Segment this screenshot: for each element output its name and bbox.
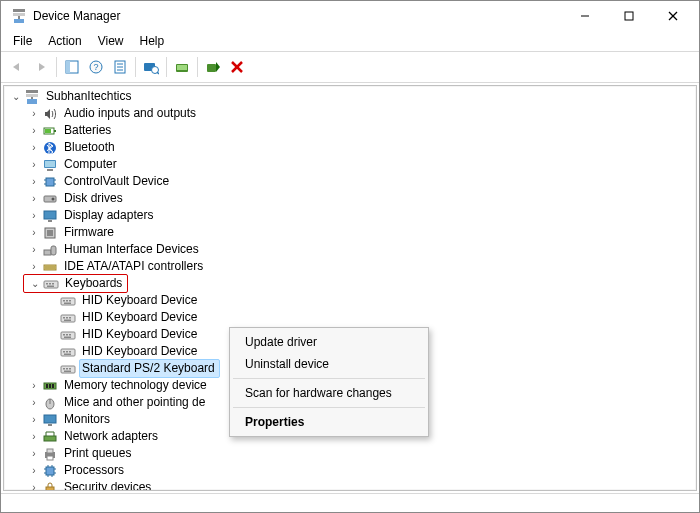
menu-file[interactable]: File: [5, 32, 40, 50]
category-keyboards[interactable]: ⌄ Keyboards: [6, 275, 696, 292]
ctx-properties[interactable]: Properties: [231, 411, 427, 433]
svg-rect-5: [625, 12, 633, 20]
memory-icon: [42, 378, 58, 394]
svg-rect-90: [44, 415, 56, 423]
menu-bar: File Action View Help: [1, 31, 699, 51]
expand-toggle[interactable]: ›: [26, 258, 42, 275]
device-hid-keyboard[interactable]: HID Keyboard Device: [6, 309, 696, 326]
expand-toggle[interactable]: ›: [26, 224, 42, 241]
ctx-separator: [233, 407, 425, 408]
uninstall-button[interactable]: [225, 56, 249, 78]
svg-rect-63: [64, 302, 71, 304]
expand-toggle[interactable]: ›: [26, 462, 42, 479]
svg-rect-60: [63, 300, 65, 302]
svg-rect-72: [69, 334, 71, 336]
expand-toggle[interactable]: ›: [26, 105, 42, 122]
svg-rect-55: [46, 283, 48, 285]
device-label: Standard PS/2 Keyboard: [79, 359, 220, 378]
category-disk[interactable]: ›Disk drives: [6, 190, 696, 207]
svg-rect-24: [26, 90, 38, 93]
category-label: Firmware: [62, 224, 116, 241]
expand-toggle[interactable]: ›: [26, 377, 42, 394]
tree-root[interactable]: ⌄ SubhanItechtics: [6, 88, 696, 105]
toolbar-separator: [56, 57, 57, 77]
svg-point-41: [52, 197, 55, 200]
svg-rect-77: [69, 351, 71, 353]
category-label: Processors: [62, 462, 126, 479]
category-security[interactable]: ›Security devices: [6, 479, 696, 490]
category-label: Display adapters: [62, 207, 155, 224]
expand-toggle[interactable]: ›: [26, 190, 42, 207]
svg-rect-71: [66, 334, 68, 336]
ctx-scan-hardware[interactable]: Scan for hardware changes: [231, 382, 427, 404]
category-processors[interactable]: ›Processors: [6, 462, 696, 479]
printer-icon: [42, 446, 58, 462]
category-computer[interactable]: ›Computer: [6, 156, 696, 173]
properties-button[interactable]: [108, 56, 132, 78]
minimize-button[interactable]: [563, 1, 607, 31]
svg-rect-21: [207, 64, 216, 72]
security-icon: [42, 480, 58, 491]
toolbar: ?: [1, 51, 699, 83]
expand-toggle[interactable]: ›: [26, 479, 42, 490]
svg-rect-78: [64, 353, 71, 355]
expand-toggle[interactable]: ⌄: [8, 88, 24, 105]
forward-button[interactable]: [29, 56, 53, 78]
category-hid[interactable]: ›Human Interface Devices: [6, 241, 696, 258]
app-icon: [11, 8, 27, 24]
ctx-update-driver[interactable]: Update driver: [231, 331, 427, 353]
expand-toggle[interactable]: ›: [26, 122, 42, 139]
device-label: HID Keyboard Device: [80, 309, 199, 326]
expand-toggle[interactable]: ›: [26, 139, 42, 156]
svg-rect-70: [63, 334, 65, 336]
svg-rect-67: [69, 317, 71, 319]
toolbar-separator: [197, 57, 198, 77]
battery-icon: [42, 123, 58, 139]
menu-help[interactable]: Help: [132, 32, 173, 50]
svg-rect-46: [44, 250, 51, 255]
back-button[interactable]: [5, 56, 29, 78]
menu-view[interactable]: View: [90, 32, 132, 50]
scan-hardware-button[interactable]: [139, 56, 163, 78]
svg-rect-65: [63, 317, 65, 319]
category-printq[interactable]: ›Print queues: [6, 445, 696, 462]
device-hid-keyboard[interactable]: HID Keyboard Device: [6, 292, 696, 309]
expand-toggle[interactable]: ›: [26, 173, 42, 190]
bluetooth-icon: [42, 140, 58, 156]
svg-rect-76: [66, 351, 68, 353]
svg-rect-85: [46, 384, 48, 388]
category-ide[interactable]: ›IDE ATA/ATAPI controllers: [6, 258, 696, 275]
category-bluetooth[interactable]: ›Bluetooth: [6, 139, 696, 156]
monitor-icon: [42, 412, 58, 428]
expand-toggle[interactable]: ›: [26, 241, 42, 258]
menu-action[interactable]: Action: [40, 32, 89, 50]
network-icon: [42, 429, 58, 445]
category-batteries[interactable]: ›Batteries: [6, 122, 696, 139]
expand-toggle[interactable]: ›: [26, 156, 42, 173]
category-audio[interactable]: ›Audio inputs and outputs: [6, 105, 696, 122]
category-controlvault[interactable]: ›ControlVault Device: [6, 173, 696, 190]
disk-icon: [42, 191, 58, 207]
expand-toggle[interactable]: ›: [26, 411, 42, 428]
expand-toggle[interactable]: ›: [26, 445, 42, 462]
svg-rect-86: [49, 384, 51, 388]
svg-rect-25: [26, 94, 38, 97]
expand-toggle[interactable]: ›: [26, 394, 42, 411]
expand-toggle[interactable]: ⌄: [27, 275, 43, 292]
category-label: Keyboards: [63, 275, 124, 292]
category-label: Network adapters: [62, 428, 160, 445]
category-firmware[interactable]: ›Firmware: [6, 224, 696, 241]
category-display[interactable]: ›Display adapters: [6, 207, 696, 224]
maximize-button[interactable]: [607, 1, 651, 31]
help-button[interactable]: ?: [84, 56, 108, 78]
update-driver-button[interactable]: [170, 56, 194, 78]
svg-rect-83: [64, 370, 71, 372]
ctx-uninstall-device[interactable]: Uninstall device: [231, 353, 427, 375]
expand-toggle[interactable]: ›: [26, 207, 42, 224]
enable-device-button[interactable]: [201, 56, 225, 78]
ide-icon: [42, 259, 58, 275]
display-icon: [42, 208, 58, 224]
expand-toggle[interactable]: ›: [26, 428, 42, 445]
close-button[interactable]: [651, 1, 695, 31]
show-hide-tree-button[interactable]: [60, 56, 84, 78]
